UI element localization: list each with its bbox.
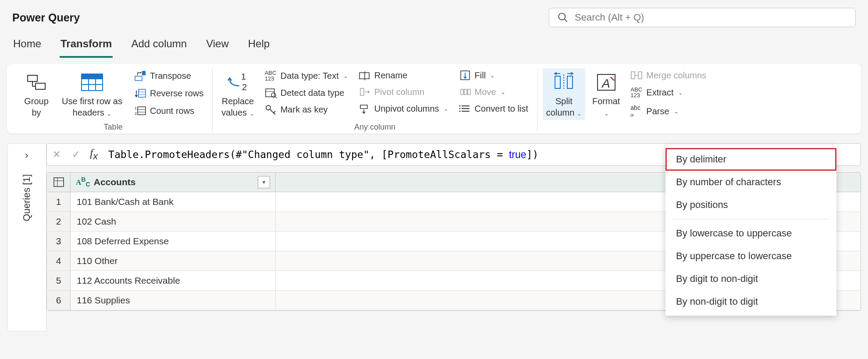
svg-rect-49 <box>631 72 635 79</box>
cell[interactable]: 110 Other <box>71 251 276 271</box>
table-headers-icon <box>80 73 104 92</box>
menu-by-uppercase-lowercase[interactable]: By uppercase to lowercase <box>665 245 836 267</box>
search-input[interactable] <box>575 12 847 23</box>
fx-icon[interactable]: fx <box>85 147 102 162</box>
row-number: 5 <box>47 271 71 290</box>
move-icon <box>459 87 471 97</box>
format-icon: A <box>595 72 618 93</box>
row-number: 1 <box>47 192 71 211</box>
svg-text:A: A <box>601 77 610 90</box>
tab-bar: Home Transform Add column View Help <box>0 32 868 58</box>
rename-icon <box>359 70 371 81</box>
format-button[interactable]: A Format⌄ <box>589 68 623 120</box>
svg-rect-45 <box>555 76 560 88</box>
svg-rect-32 <box>360 88 364 95</box>
unpivot-icon <box>359 103 371 114</box>
svg-point-27 <box>266 106 270 110</box>
tab-add-column[interactable]: Add column <box>130 35 188 58</box>
fill-icon <box>459 70 471 81</box>
extract-button[interactable]: ABC123 Extract⌄ <box>627 85 710 100</box>
tab-home[interactable]: Home <box>12 35 42 58</box>
svg-rect-50 <box>638 72 642 79</box>
ribbon-group-any-column: 12 Replace values ⌄ ABC123 Data type: Te… <box>212 68 537 132</box>
move-button: Move⌄ <box>455 85 532 99</box>
convert-to-list-button[interactable]: Convert to list <box>455 102 532 116</box>
count-rows-button[interactable]: 12 Count rows <box>131 103 207 118</box>
svg-rect-12 <box>142 71 146 75</box>
tab-help[interactable]: Help <box>247 35 270 58</box>
abc123-icon: ABC123 <box>630 87 643 98</box>
cell[interactable]: 112 Accounts Receivable <box>71 271 276 290</box>
svg-text:1: 1 <box>135 106 137 110</box>
unpivot-columns-button[interactable]: Unpivot columns⌄ <box>355 102 452 116</box>
queries-panel[interactable]: › Queries [1] <box>7 143 46 331</box>
split-column-icon <box>551 72 576 93</box>
svg-rect-51 <box>54 178 64 187</box>
reverse-rows-button[interactable]: Reverse rows <box>131 86 207 101</box>
reverse-rows-icon <box>134 88 146 99</box>
use-first-row-button[interactable]: Use first row as headers ⌄ <box>57 68 127 120</box>
ribbon-group-text: Split column ⌄ A Format⌄ Merge columns A… <box>537 68 715 132</box>
menu-by-positions[interactable]: By positions <box>665 194 836 216</box>
menu-by-digit-nondigit[interactable]: By digit to non-digit <box>665 267 836 290</box>
tab-view[interactable]: View <box>205 35 230 58</box>
ribbon: Group by Use first row as headers ⌄ Tran… <box>7 64 861 134</box>
grid-corner[interactable] <box>47 172 71 192</box>
transpose-button[interactable]: Transpose <box>131 68 207 83</box>
row-number: 4 <box>47 251 71 271</box>
svg-line-26 <box>275 97 277 98</box>
svg-point-0 <box>559 13 565 20</box>
column-header-accounts[interactable]: ABC Accounts ▾ <box>71 172 276 192</box>
menu-by-lowercase-uppercase[interactable]: By lowercase to uppercase <box>665 222 836 245</box>
replace-values-button[interactable]: 12 Replace values ⌄ <box>218 68 257 120</box>
queries-label: Queries [1] <box>21 174 32 222</box>
app-title: Power Query <box>12 11 80 24</box>
data-type-button[interactable]: ABC123 Data type: Text⌄ <box>261 68 352 83</box>
key-icon <box>265 104 277 115</box>
svg-line-29 <box>274 111 275 113</box>
svg-rect-36 <box>464 89 467 95</box>
group-by-button[interactable]: Group by <box>19 68 53 120</box>
svg-rect-13 <box>139 89 146 97</box>
menu-by-nondigit-digit[interactable]: By non-digit to digit <box>665 290 836 313</box>
table-icon <box>53 177 64 187</box>
tab-transform[interactable]: Transform <box>60 35 113 58</box>
svg-rect-33 <box>360 105 367 109</box>
formula-cancel-button[interactable]: ✕ <box>47 149 66 160</box>
transpose-icon <box>134 70 146 81</box>
rename-button[interactable]: Rename <box>355 68 452 82</box>
cell[interactable]: 101 Bank/Cash at Bank <box>71 192 276 211</box>
expand-queries-icon[interactable]: › <box>25 150 28 161</box>
fill-button[interactable]: Fill⌄ <box>455 68 532 82</box>
ribbon-group-table: Group by Use first row as headers ⌄ Tran… <box>14 68 212 132</box>
svg-text:1: 1 <box>241 72 246 81</box>
abc-icon: abc⟳ <box>630 104 643 118</box>
menu-by-number-characters[interactable]: By number of characters <box>665 171 836 194</box>
svg-rect-37 <box>468 89 470 95</box>
mark-as-key-button[interactable]: Mark as key <box>261 102 352 116</box>
svg-rect-2 <box>28 75 37 81</box>
svg-line-1 <box>564 19 567 22</box>
column-filter-button[interactable]: ▾ <box>258 176 270 188</box>
list-icon <box>459 103 471 114</box>
replace-values-icon: 12 <box>225 72 250 93</box>
app-header: Power Query <box>0 0 868 32</box>
split-column-button[interactable]: Split column ⌄ <box>543 68 585 120</box>
detect-type-icon <box>265 88 277 98</box>
svg-rect-11 <box>135 76 142 81</box>
parse-button[interactable]: abc⟳ Parse⌄ <box>627 102 710 120</box>
svg-rect-30 <box>359 73 369 79</box>
cell[interactable]: 116 Supplies <box>71 291 276 310</box>
row-number: 2 <box>47 212 71 231</box>
formula-commit-button[interactable]: ✓ <box>66 149 85 160</box>
merge-columns-button: Merge columns <box>627 68 710 82</box>
detect-data-type-button[interactable]: Detect data type <box>261 86 352 100</box>
search-box[interactable] <box>549 8 856 27</box>
split-column-menu: By delimiter By number of characters By … <box>665 145 836 316</box>
cell[interactable]: 102 Cash <box>71 212 276 231</box>
svg-point-41 <box>459 106 460 107</box>
svg-text:2: 2 <box>135 111 137 116</box>
cell[interactable]: 108 Deferred Expense <box>71 232 276 251</box>
merge-icon <box>630 70 643 81</box>
menu-by-delimiter[interactable]: By delimiter <box>665 148 836 171</box>
